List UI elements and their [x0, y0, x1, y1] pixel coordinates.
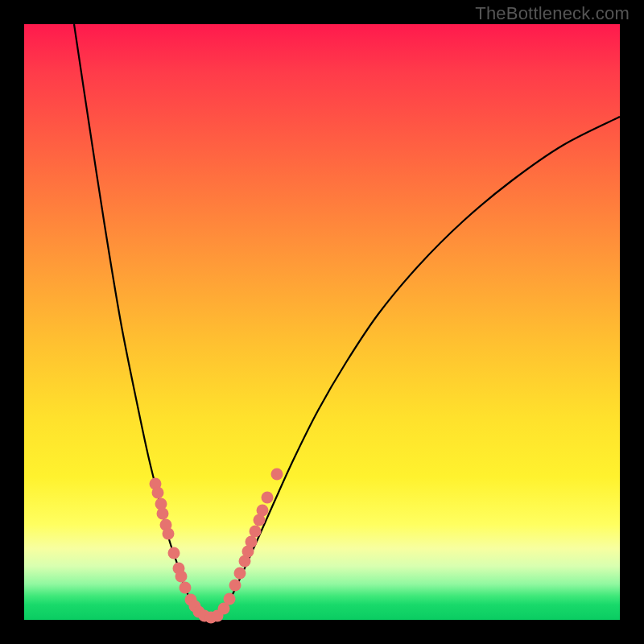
chart-point [152, 487, 164, 499]
right-curve [213, 117, 620, 618]
chart-point [163, 528, 175, 540]
chart-point [257, 505, 269, 517]
chart-point [271, 469, 283, 481]
left-curve [74, 24, 213, 618]
chart-point [180, 582, 192, 594]
chart-point [262, 492, 274, 504]
chart-point [250, 526, 262, 538]
chart-point [246, 536, 258, 548]
chart-svg [24, 24, 620, 620]
chart-point [234, 568, 246, 580]
chart-point [224, 593, 236, 605]
chart-point [168, 547, 180, 559]
chart-point [229, 580, 242, 592]
chart-point [157, 508, 169, 520]
watermark-text: TheBottleneck.com [475, 3, 630, 24]
chart-point [175, 571, 188, 583]
chart-data-points [150, 469, 283, 624]
